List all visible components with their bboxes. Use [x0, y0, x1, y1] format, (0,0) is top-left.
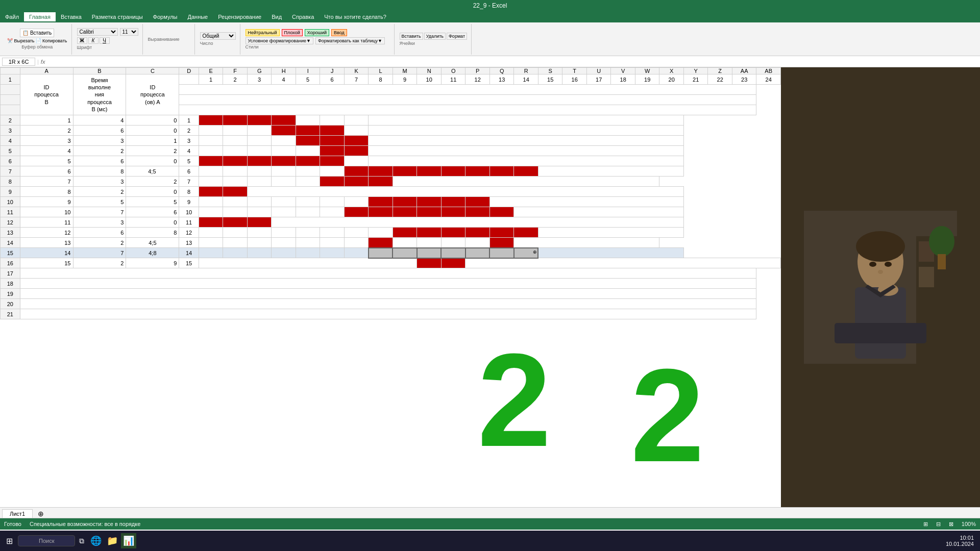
gantt-r13-6[interactable] — [320, 228, 345, 238]
col-header-G[interactable]: G — [247, 68, 272, 74]
cell-r10-D[interactable]: 9 — [179, 197, 199, 207]
cell-r16-C[interactable]: 9 — [126, 258, 179, 268]
gantt-r15-rest[interactable] — [538, 248, 683, 258]
format-button[interactable]: Формат — [447, 33, 467, 40]
cell-1-O[interactable]: 11 — [441, 74, 465, 85]
gantt-r14-5[interactable] — [296, 238, 320, 248]
gantt-r14-11[interactable] — [441, 238, 465, 248]
gantt-r12-1[interactable] — [199, 217, 223, 228]
col-header-F[interactable]: F — [223, 68, 248, 74]
col-header-Z[interactable]: Z — [708, 68, 732, 74]
gantt-r6-4[interactable] — [272, 156, 296, 166]
gantt-r15-8[interactable] — [369, 248, 393, 258]
gantt-r13-3[interactable] — [247, 228, 272, 238]
cell-r12-D[interactable]: 11 — [179, 217, 199, 228]
delete-button[interactable]: Удалить — [424, 33, 446, 40]
gantt-r15-9[interactable] — [393, 248, 417, 258]
cell-1-W[interactable]: 19 — [635, 74, 659, 85]
col-header-P[interactable]: P — [465, 68, 490, 74]
cell-r9-A[interactable]: 8 — [20, 187, 73, 197]
gantt-r2-2[interactable] — [223, 115, 248, 126]
col-header-D[interactable]: D — [179, 68, 199, 74]
gantt-r11-9[interactable] — [393, 207, 417, 217]
cell-1-A[interactable]: IDпроцессаВ — [20, 74, 73, 115]
gantt-r14-9[interactable] — [393, 238, 417, 248]
cell-1-N[interactable]: 10 — [417, 74, 442, 85]
cell-1-L[interactable]: 8 — [369, 74, 393, 85]
gantt-r9-1[interactable] — [199, 187, 223, 197]
cell-r10-A[interactable]: 9 — [20, 197, 73, 207]
gantt-r13-4[interactable] — [272, 228, 296, 238]
gantt-r8-6[interactable] — [320, 177, 345, 187]
cell-r11-D[interactable]: 10 — [179, 207, 199, 217]
gantt-r11-10[interactable] — [417, 207, 442, 217]
col-header-V[interactable]: V — [611, 68, 635, 74]
cell-1-J[interactable]: 6 — [320, 74, 345, 85]
cell-r5-B[interactable]: 2 — [73, 146, 126, 156]
gantt-r15-3[interactable] — [247, 248, 272, 258]
gantt-r4-5[interactable] — [296, 136, 320, 146]
cell-r16-B[interactable]: 2 — [73, 258, 126, 268]
gantt-r11-4[interactable] — [272, 207, 296, 217]
gantt-r13-10[interactable] — [417, 228, 442, 238]
gantt-r7-13[interactable] — [489, 166, 514, 177]
cell-r13-C[interactable]: 8 — [126, 228, 179, 238]
gantt-r15-1[interactable] — [199, 248, 223, 258]
cell-r8-A[interactable]: 7 — [20, 177, 73, 187]
start-button[interactable]: ⊞ — [2, 534, 17, 548]
number-format-select[interactable]: Общий — [200, 32, 236, 40]
gantt-r9-2[interactable] — [223, 187, 248, 197]
cell-1-Z[interactable]: 22 — [708, 74, 732, 85]
edge-icon[interactable]: 🌐 — [88, 533, 104, 548]
cell-1-X[interactable]: 20 — [659, 74, 684, 85]
ribbon-tab-view[interactable]: Вид — [266, 12, 287, 21]
gantt-r13-5[interactable] — [296, 228, 320, 238]
gantt-r4-3[interactable] — [247, 136, 272, 146]
gantt-r11-2[interactable] — [223, 207, 248, 217]
gantt-r15-11[interactable] — [441, 248, 465, 258]
task-view-button[interactable]: ⧉ — [76, 535, 87, 547]
gantt-r14-3[interactable] — [247, 238, 272, 248]
gantt-r14-rest[interactable] — [514, 238, 659, 248]
excel-taskbar-icon[interactable]: 📊 — [121, 533, 136, 548]
gantt-r15-7[interactable] — [344, 248, 369, 258]
gantt-r7-5[interactable] — [296, 166, 320, 177]
cell-r8-C[interactable]: 2 — [126, 177, 179, 187]
sheet-tab-1[interactable]: Лист1 — [2, 509, 33, 518]
cell-r2-D[interactable]: 1 — [179, 115, 199, 126]
gantt-r5-6[interactable] — [320, 146, 345, 156]
gantt-r11-11[interactable] — [441, 207, 465, 217]
col-header-I[interactable]: I — [296, 68, 320, 74]
gantt-r5-7[interactable] — [344, 146, 369, 156]
underline-button[interactable]: Ч — [100, 37, 110, 44]
gantt-r11-12[interactable] — [465, 207, 490, 217]
gantt-r13-12[interactable] — [465, 228, 490, 238]
gantt-r7-12[interactable] — [465, 166, 490, 177]
cell-h3-D[interactable] — [179, 95, 756, 105]
gantt-r10-2[interactable] — [223, 197, 248, 207]
gantt-r7-14[interactable] — [514, 166, 538, 177]
gantt-r8-3[interactable] — [247, 177, 272, 187]
ribbon-tab-home[interactable]: Главная — [24, 12, 56, 21]
cell-r10-C[interactable]: 5 — [126, 197, 179, 207]
cell-1-G[interactable]: 3 — [247, 74, 272, 85]
col-header-H[interactable]: H — [272, 68, 296, 74]
col-header-A[interactable]: A — [20, 68, 73, 74]
cell-r3-B[interactable]: 6 — [73, 126, 126, 136]
gantt-r5-rest[interactable] — [369, 146, 684, 156]
gantt-r5-5[interactable] — [296, 146, 320, 156]
cell-r4-B[interactable]: 3 — [73, 136, 126, 146]
gantt-r6-6[interactable] — [320, 156, 345, 166]
col-header-AA[interactable]: AA — [732, 68, 756, 74]
gantt-r7-2[interactable] — [223, 166, 248, 177]
ribbon-tab-help[interactable]: Справка — [287, 12, 319, 21]
gantt-r3-7[interactable] — [344, 126, 369, 136]
cell-r15-C[interactable]: 4;8 — [126, 248, 179, 258]
col-header-E[interactable]: E — [199, 68, 223, 74]
gantt-r8-2[interactable] — [223, 177, 248, 187]
cell-r2-A[interactable]: 1 — [20, 115, 73, 126]
gantt-r6-1[interactable] — [199, 156, 223, 166]
cell-r4-D[interactable]: 3 — [179, 136, 199, 146]
gantt-r6-rest[interactable] — [369, 156, 684, 166]
cell-r14-D[interactable]: 13 — [179, 238, 199, 248]
